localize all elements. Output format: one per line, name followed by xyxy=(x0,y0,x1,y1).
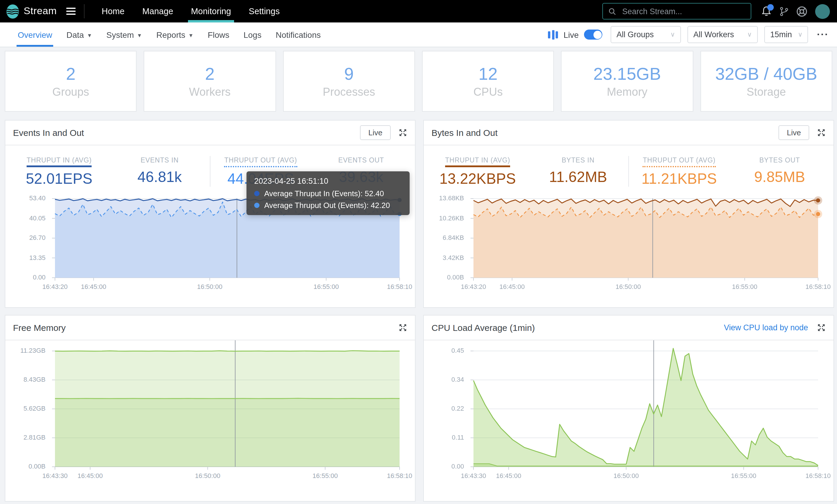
stat-card-storage: 32GB / 40GB Storage xyxy=(700,51,832,112)
tab-overview[interactable]: Overview xyxy=(11,22,59,47)
expand-icon[interactable] xyxy=(398,128,407,137)
tooltip-timestamp: 2023-04-25 16:51:10 xyxy=(254,177,402,185)
x-axis-label: 16:55:00 xyxy=(732,283,758,290)
dashboard-content: 2 Groups 2 Workers 9 Processes 12 CPUs 2… xyxy=(0,51,837,502)
live-bars-icon xyxy=(548,30,558,39)
events-live-button[interactable]: Live xyxy=(360,125,391,140)
brand-name: Stream xyxy=(24,5,57,17)
bytes-plot[interactable] xyxy=(474,199,818,278)
y-axis-label: 2.81GB xyxy=(23,434,46,441)
tab-reports[interactable]: Reports▼ xyxy=(149,22,201,47)
help-button[interactable] xyxy=(793,0,811,22)
x-axis-label: 16:55:00 xyxy=(314,283,339,290)
cpu-load-chart[interactable]: 0.000.110.220.340.4516:43:3016:45:0016:5… xyxy=(424,351,834,481)
y-axis-label: 53.40 xyxy=(29,194,46,201)
x-axis-label: 16:43:30 xyxy=(461,472,486,479)
panel-title: Bytes In and Out xyxy=(431,128,779,138)
x-axis-label: 16:58:10 xyxy=(387,283,412,290)
chevron-down-icon: ∨ xyxy=(798,31,803,38)
x-axis-label: 16:50:00 xyxy=(195,472,220,479)
git-branch-button[interactable] xyxy=(775,0,793,22)
panel-title: Events In and Out xyxy=(13,128,360,138)
search-box[interactable] xyxy=(602,3,751,19)
more-options-button[interactable]: ··· xyxy=(815,29,831,40)
stat-value: 32GB / 40GB xyxy=(715,64,817,84)
user-avatar[interactable] xyxy=(815,4,830,19)
x-axis-label: 16:45:00 xyxy=(496,472,521,479)
expand-icon[interactable] xyxy=(817,323,826,332)
topnav-monitoring[interactable]: Monitoring xyxy=(182,0,240,22)
y-axis-label: 13.68KB xyxy=(439,194,464,201)
chevron-down-icon: ∨ xyxy=(670,31,675,38)
y-axis-label: 11.23GB xyxy=(20,347,46,354)
chevron-down-icon: ▼ xyxy=(87,32,92,38)
stat-value: 2 xyxy=(66,64,75,84)
stat-label: Groups xyxy=(52,85,89,98)
y-axis-label: 6.84KB xyxy=(443,234,464,241)
stat-card-cpus: 12 CPUs xyxy=(422,51,554,112)
x-axis-label: 16:55:00 xyxy=(313,472,338,479)
stat-card-processes: 9 Processes xyxy=(283,51,415,112)
topnav-manage[interactable]: Manage xyxy=(133,0,182,22)
y-axis-label: 0.00B xyxy=(29,463,46,470)
stat-label: Memory xyxy=(607,85,647,98)
y-axis-label: 13.35 xyxy=(29,254,46,261)
live-toggle[interactable] xyxy=(584,30,602,40)
metric-bytes-out: BYTES OUT 9.85MB xyxy=(729,154,830,194)
cribl-stream-logo[interactable]: Stream xyxy=(6,0,57,22)
x-axis-label: 16:43:20 xyxy=(461,283,486,290)
chevron-down-icon: ▼ xyxy=(137,32,142,38)
topnav-settings[interactable]: Settings xyxy=(240,0,289,22)
bytes-chart[interactable]: 0.00B3.42KB6.84KB10.26KB13.68KB16:43:201… xyxy=(424,199,834,292)
y-axis-label: 0.45 xyxy=(451,347,464,354)
bytes-metrics-row: THRUPUT IN (AVG) 13.22KBPS BYTES IN 11.6… xyxy=(424,145,834,194)
notifications-bell-button[interactable] xyxy=(757,0,775,22)
x-axis-label: 16:45:00 xyxy=(77,472,103,479)
bytes-live-button[interactable]: Live xyxy=(779,125,809,140)
metric-bytes-in: BYTES IN 11.62MB xyxy=(528,154,628,194)
stat-label: Processes xyxy=(323,85,375,98)
stat-value: 2 xyxy=(205,64,215,84)
metric-thruput-in: THRUPUT IN (AVG) 13.22KBPS xyxy=(427,154,528,194)
stat-label: Workers xyxy=(189,85,231,98)
tab-logs[interactable]: Logs xyxy=(236,22,269,47)
tab-system[interactable]: System▼ xyxy=(99,22,149,47)
y-axis-label: 0.00B xyxy=(447,274,464,281)
free-memory-panel: Free Memory 0.00B2.81GB5.62GB8.43GB11 xyxy=(5,315,415,502)
y-axis-label: 10.26KB xyxy=(439,214,464,221)
hamburger-menu-icon[interactable] xyxy=(66,0,76,22)
free-memory-chart[interactable]: 0.00B2.81GB5.62GB8.43GB11.23GB16:43:3016… xyxy=(5,351,415,481)
chart-tooltip: 2023-04-25 16:51:10 Average Thruput In (… xyxy=(247,172,410,215)
workers-filter-select[interactable]: All Workers∨ xyxy=(688,26,758,43)
tab-flows[interactable]: Flows xyxy=(201,22,236,47)
time-range-select[interactable]: 15min∨ xyxy=(764,26,808,43)
tab-data[interactable]: Data▼ xyxy=(59,22,99,47)
expand-icon[interactable] xyxy=(398,323,407,332)
metric-thruput-in: THRUPUT IN (AVG) 52.01EPS xyxy=(9,154,109,194)
y-axis-label: 0.22 xyxy=(451,405,464,412)
memory-plot[interactable] xyxy=(55,351,399,467)
cpu-plot[interactable] xyxy=(474,351,818,467)
notification-badge xyxy=(767,4,774,11)
bytes-in-out-panel: Bytes In and Out Live xyxy=(423,120,834,308)
panel-title: Free Memory xyxy=(13,323,398,332)
x-axis-label: 16:45:00 xyxy=(499,283,525,290)
stat-value: 12 xyxy=(479,64,498,84)
topnav-home[interactable]: Home xyxy=(93,0,133,22)
y-axis-label: 0.00 xyxy=(451,463,464,470)
stat-card-memory: 23.15GB Memory xyxy=(561,51,693,112)
stat-label: CPUs xyxy=(474,85,503,98)
y-axis-label: 0.00 xyxy=(33,274,46,281)
tab-notifications[interactable]: Notifications xyxy=(269,22,328,47)
x-axis-label: 16:43:30 xyxy=(42,472,68,479)
chevron-down-icon: ▼ xyxy=(188,32,194,38)
search-icon xyxy=(608,7,616,16)
x-axis-label: 16:50:00 xyxy=(613,472,639,479)
y-axis-label: 3.42KB xyxy=(443,254,464,261)
view-cpu-load-by-node-link[interactable]: View CPU load by node xyxy=(724,323,808,332)
groups-filter-select[interactable]: All Groups∨ xyxy=(611,26,681,43)
search-input[interactable] xyxy=(621,6,745,16)
expand-icon[interactable] xyxy=(817,128,826,137)
x-axis-label: 16:50:00 xyxy=(616,283,641,290)
life-buoy-icon xyxy=(796,6,807,17)
